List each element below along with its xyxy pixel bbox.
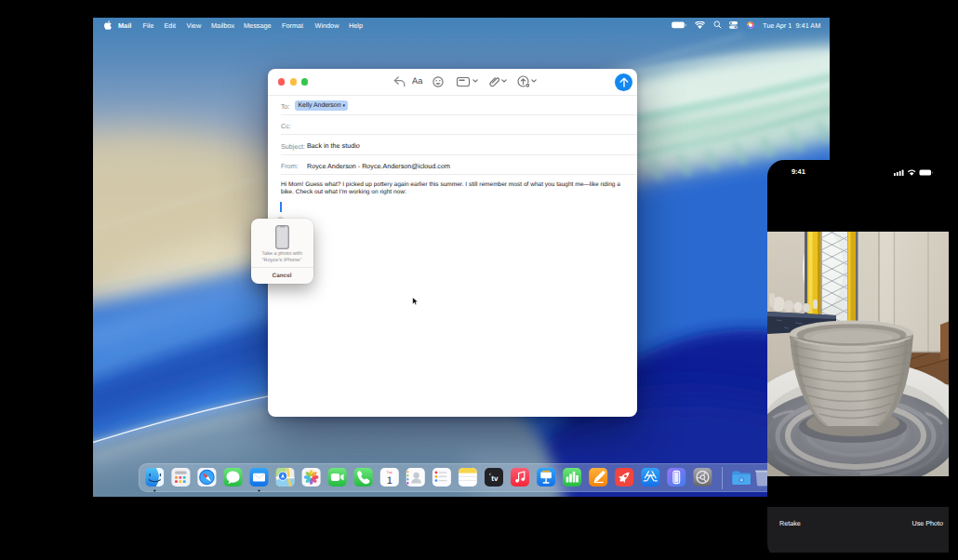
svg-text:tv: tv: [491, 474, 499, 483]
svg-text:Tue: Tue: [387, 471, 393, 474]
svg-text:1: 1: [387, 475, 393, 487]
